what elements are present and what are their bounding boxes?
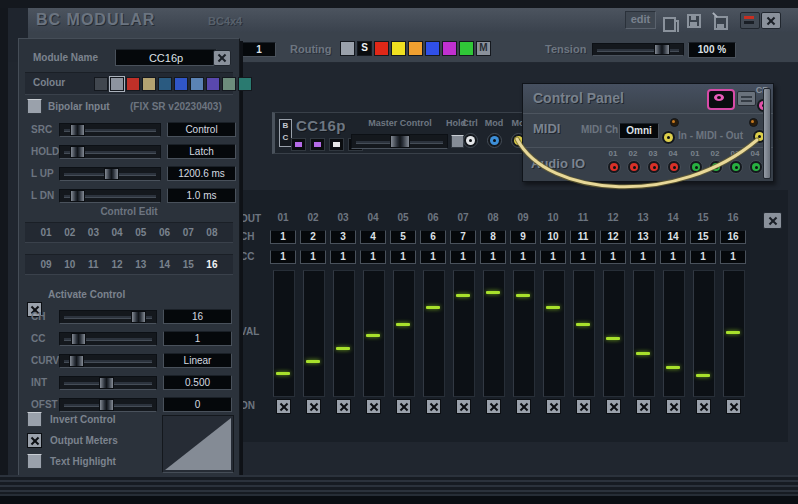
on-checkbox-13[interactable] — [636, 399, 651, 414]
port-jack-mod[interactable] — [487, 133, 502, 148]
control-panel-module[interactable]: Control Panel CP MIDI MIDI Ch Omni In - … — [522, 83, 774, 182]
cc-value-04[interactable]: 1 — [360, 250, 386, 264]
on-checkbox-03[interactable] — [336, 399, 351, 414]
audio-out-jack-04[interactable] — [749, 160, 763, 174]
val-fader-11[interactable] — [573, 270, 595, 397]
ch-value-05[interactable]: 5 — [390, 230, 416, 244]
panel-close-button[interactable] — [213, 50, 231, 66]
control-select-04[interactable]: 04 — [106, 227, 128, 242]
on-checkbox-12[interactable] — [606, 399, 621, 414]
val-fader-10[interactable] — [543, 270, 565, 397]
checkbox-output-meters[interactable] — [27, 433, 42, 448]
cc-value-06[interactable]: 1 — [420, 250, 446, 264]
val-fader-15[interactable] — [693, 270, 715, 397]
control-select-14[interactable]: 14 — [154, 259, 176, 274]
routing-swatch-magenta[interactable] — [442, 41, 457, 56]
cc-value-09[interactable]: 1 — [510, 250, 536, 264]
colour-swatch-3[interactable] — [126, 77, 140, 91]
colour-swatch-5[interactable] — [158, 77, 172, 91]
ch-value-06[interactable]: 6 — [420, 230, 446, 244]
val-fader-16[interactable] — [723, 270, 745, 397]
control-select-10[interactable]: 10 — [59, 259, 81, 274]
midi-in-jack[interactable] — [661, 130, 676, 145]
on-checkbox-05[interactable] — [396, 399, 411, 414]
on-checkbox-11[interactable] — [576, 399, 591, 414]
control-select-09[interactable]: 09 — [35, 259, 57, 274]
audio-out-jack-03[interactable] — [729, 160, 743, 174]
routing-swatch-solo[interactable]: S — [357, 41, 372, 56]
mini-button-3[interactable] — [329, 138, 344, 151]
cc-value-03[interactable]: 1 — [330, 250, 356, 264]
control-select-15[interactable]: 15 — [177, 259, 199, 274]
slider-handle[interactable] — [69, 355, 84, 367]
module-name-input[interactable] — [115, 49, 217, 66]
ch-value-16[interactable]: 16 — [720, 230, 746, 244]
cc-value-02[interactable]: 1 — [300, 250, 326, 264]
param-slider-curv[interactable] — [59, 354, 157, 368]
audio-in-jack-01[interactable] — [607, 160, 621, 174]
slider-handle[interactable] — [70, 190, 85, 202]
val-fader-06[interactable] — [423, 270, 445, 397]
cc-value-07[interactable]: 1 — [450, 250, 476, 264]
audio-in-jack-04[interactable] — [667, 160, 681, 174]
close-button[interactable] — [761, 12, 781, 29]
audio-out-jack-02[interactable] — [709, 160, 723, 174]
control-select-08[interactable]: 08 — [201, 227, 223, 242]
on-checkbox-14[interactable] — [666, 399, 681, 414]
on-checkbox-07[interactable] — [456, 399, 471, 414]
val-fader-09[interactable] — [513, 270, 535, 397]
colour-swatch-7[interactable] — [190, 77, 204, 91]
ch-value-14[interactable]: 14 — [660, 230, 686, 244]
cc-value-16[interactable]: 1 — [720, 250, 746, 264]
ch-value-02[interactable]: 2 — [300, 230, 326, 244]
val-fader-03[interactable] — [333, 270, 355, 397]
ch-value-04[interactable]: 4 — [360, 230, 386, 244]
slider-handle[interactable] — [131, 311, 146, 323]
cc-value-10[interactable]: 1 — [540, 250, 566, 264]
param-slider-cc[interactable] — [59, 332, 157, 346]
colour-swatch-4[interactable] — [142, 77, 156, 91]
master-control-slider[interactable] — [351, 134, 448, 149]
on-checkbox-08[interactable] — [486, 399, 501, 414]
routing-swatch-green[interactable] — [459, 41, 474, 56]
routing-swatch-orange[interactable] — [408, 41, 423, 56]
ch-value-10[interactable]: 10 — [540, 230, 566, 244]
layer-number-box[interactable]: 1 — [242, 42, 276, 57]
bipolar-input-checkbox[interactable] — [27, 99, 42, 114]
ch-value-13[interactable]: 13 — [630, 230, 656, 244]
ch-value-07[interactable]: 7 — [450, 230, 476, 244]
slider-handle[interactable] — [70, 146, 85, 158]
checkbox-text-highlight[interactable] — [27, 454, 42, 469]
routing-swatch-blank[interactable] — [340, 41, 355, 56]
port-jack-ctrl[interactable] — [463, 133, 478, 148]
val-fader-08[interactable] — [483, 270, 505, 397]
control-select-01[interactable]: 01 — [35, 227, 57, 242]
cc-value-14[interactable]: 1 — [660, 250, 686, 264]
colour-swatch-8[interactable] — [206, 77, 220, 91]
val-fader-14[interactable] — [663, 270, 685, 397]
routing-swatch-red[interactable] — [374, 41, 389, 56]
ch-value-11[interactable]: 11 — [570, 230, 596, 244]
grid-close-button[interactable] — [763, 212, 782, 229]
ch-value-08[interactable]: 8 — [480, 230, 506, 244]
param-slider-src[interactable] — [59, 123, 161, 137]
on-checkbox-06[interactable] — [426, 399, 441, 414]
tension-slider-handle[interactable] — [654, 44, 670, 55]
routing-swatch-yellow[interactable] — [391, 41, 406, 56]
ch-value-01[interactable]: 1 — [270, 230, 296, 244]
control-select-12[interactable]: 12 — [106, 259, 128, 274]
edit-button[interactable]: edit — [625, 11, 656, 29]
window-resize-grip[interactable] — [0, 475, 798, 494]
ch-value-15[interactable]: 15 — [690, 230, 716, 244]
val-fader-07[interactable] — [453, 270, 475, 397]
routing-swatch-blue[interactable] — [425, 41, 440, 56]
on-checkbox-04[interactable] — [366, 399, 381, 414]
control-select-06[interactable]: 06 — [154, 227, 176, 242]
cc-value-11[interactable]: 1 — [570, 250, 596, 264]
cc-value-15[interactable]: 1 — [690, 250, 716, 264]
routing-swatch-mute[interactable]: M — [476, 41, 491, 56]
control-select-13[interactable]: 13 — [130, 259, 152, 274]
slider-handle[interactable] — [99, 377, 114, 389]
param-slider-l-dn[interactable] — [59, 189, 161, 203]
cc-value-05[interactable]: 1 — [390, 250, 416, 264]
